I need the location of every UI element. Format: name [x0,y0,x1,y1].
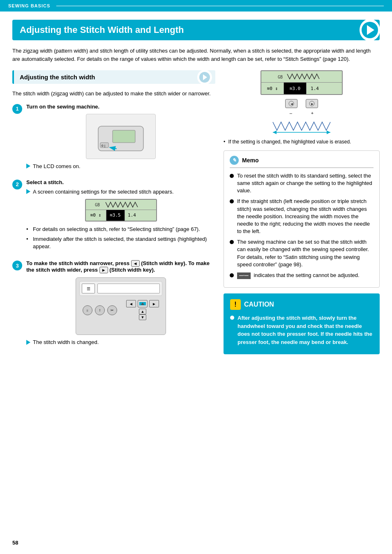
panel-menu-icon: ☰ [82,284,95,293]
svg-text:0: 0 [101,144,104,148]
wider-btn[interactable]: ► [149,300,159,307]
machine-power-illustration: 0 | [86,114,156,159]
bullet-dot: • [224,139,225,145]
step-2: 2 Select a stitch. A screen containing s… [12,179,215,254]
sub-section-header: Adjusting the stitch width [12,70,215,84]
lcd-right-stitch: ≋0 ↕ [261,83,284,94]
banner-line [56,6,384,6]
ctrl-minus-btn[interactable]: ◄ [285,99,297,108]
memo-text-2: If the straight stitch (left needle posi… [237,198,374,235]
up-btn[interactable]: ▲ [139,309,146,314]
lcd-right: GB ≋0 ↕ ≋3.0 1.4 [261,70,343,95]
right-column: GB ≋0 ↕ ≋3.0 1.4 [224,70,380,355]
plus-arrow-svg: ► [308,101,316,106]
minus-arrow-svg: ◄ [288,101,295,106]
panel-btn-3[interactable]: ✂ [107,305,117,315]
step-2-content: Select a stitch. A screen containing set… [26,179,215,254]
step-1: 1 Turn on the sewing machine. [12,104,215,173]
step-3-content: To make the stitch width narrower, press… [26,260,215,349]
panel-bottom-controls: ᵢᵢ ! ✂ ◄ [79,298,162,322]
step-3-title: To make the stitch width narrower, press… [26,260,215,273]
left-column: Adjusting the stitch width The stitch wi… [12,70,215,355]
memo-text-3: The sewing machine can be set so that th… [237,238,374,268]
panel-display-bar [97,284,160,293]
content-area: Adjusting the Stitch Width and Length Th… [0,12,392,363]
svg-text:GB: GB [278,75,283,79]
step-2-result-text: A screen containing settings for the sel… [33,189,174,195]
panel-round-buttons: ᵢᵢ ! ✂ [83,305,117,315]
memo-bullet-4 [230,273,234,277]
wider-key-icon: ► [99,267,108,273]
two-column-layout: Adjusting the stitch width The stitch wi… [12,70,380,355]
lcd-stitch-pattern: GB [86,200,156,210]
step-2-bullets: For details on selecting a stitch, refer… [26,226,215,251]
svg-rect-1 [113,130,135,143]
lcd-right-bottom: ≋0 ↕ ≋3.0 1.4 [261,83,342,94]
page: SEWING BASICS Adjusting the Stitch Width… [0,0,392,554]
memo-icon: ✎ [230,156,239,165]
svg-text:►: ► [311,102,314,106]
memo-bullet-1 [230,174,234,178]
width-indicator [138,300,148,307]
intro-text: The zigzag width (pattern width) and sti… [12,47,380,63]
memo-bullet-3 [230,240,234,244]
plus-label: + [311,111,314,115]
panel-btn-1[interactable]: ᵢᵢ [83,305,92,315]
sub-arrow-inner [199,72,210,83]
step-2-result-line: A screen containing settings for the sel… [26,189,215,195]
panel-width-control: ◄ ► [126,300,159,320]
lcd-pattern-svg: GB [277,73,326,81]
step-3: 3 To make the stitch width narrower, pre… [12,260,215,349]
setting-changed-content: If the setting is changed, the highlight… [228,139,351,145]
width-ctrl-buttons: ◄ ► [224,99,380,108]
page-number: 58 [12,540,18,546]
memo-item-4: —·— indicates that the setting cannot be… [230,272,374,279]
lcd-width-highlighted: ≋3.5 [106,210,125,221]
narrow-btn[interactable]: ◄ [126,300,136,307]
lcd-top-row: GB [86,200,156,210]
width-arrows: ◄ ► [126,300,159,307]
step-2-title: Select a stitch. [26,179,215,185]
lcd-length: 1.4 [125,210,139,221]
lcd-right-top: GB [261,71,342,83]
header-arrow-circle [360,19,380,41]
result-arrow-2 [26,189,30,194]
step-3-number: 3 [12,261,22,270]
step-2-bullet-2: Immediately after the stitch is selected… [26,235,215,250]
step-2-number: 2 [12,180,22,189]
memo-item-3: The sewing machine can be set so that th… [230,238,374,268]
panel-top-area: ☰ [79,281,162,296]
svg-text:|: | [104,144,105,148]
step-3-result-text: The stitch width is changed. [33,339,99,345]
memo-text-4: —·— indicates that the setting cannot be… [237,272,360,279]
memo-box: ✎ Memo To reset the stitch width to its … [224,150,380,288]
banner-text: SEWING BASICS [8,3,50,8]
header-arrow-decoration [360,20,380,40]
width-ctrl-area: ◄ ► – + [224,99,380,134]
panel-btn-2[interactable]: ! [95,305,105,315]
top-banner: SEWING BASICS [0,0,392,12]
result-arrow-3 [26,340,30,345]
stitch-pattern-svg: GB [94,201,148,209]
sub-arrow [197,70,212,85]
setting-changed-text: • If the setting is changed, the highlig… [224,138,380,145]
stitch-width-svg [269,118,334,134]
caution-item-1: After adjusting the stitch width, slowly… [230,314,373,346]
caution-header: ! CAUTION [230,299,373,310]
step-1-content: Turn on the sewing machine. [26,104,215,173]
memo-text-1: To reset the stitch width to its standar… [237,172,374,195]
ctrl-plus-btn[interactable]: ► [306,99,318,108]
step-1-number: 1 [12,104,22,114]
sub-description: The stitch width (zigzag width) can be a… [12,90,215,98]
result-arrow-1 [26,164,30,169]
lcd-right-pattern: GB [261,71,342,82]
sub-arrow-shape [203,74,207,80]
sub-arrow-circle [197,70,212,85]
memo-item-1: To reset the stitch width to its standar… [230,172,374,195]
caution-box: ! CAUTION After adjusting the stitch wid… [224,293,380,354]
stitch-width-visual [224,118,380,134]
narrow-key-icon: ◄ [131,260,140,267]
sub-title: Adjusting the stitch width [20,74,95,81]
down-btn[interactable]: ▼ [139,314,146,320]
step-1-result: The LCD comes on. [26,163,215,169]
